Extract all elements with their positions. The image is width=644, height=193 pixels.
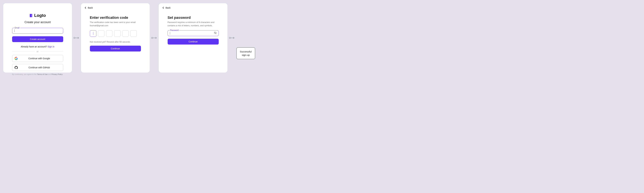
svg-point-2 bbox=[31, 15, 32, 16]
code-digit-4[interactable] bbox=[114, 30, 120, 37]
terms-text: By continuing, you agree to the Terms of… bbox=[12, 73, 63, 75]
eye-off-icon[interactable] bbox=[214, 31, 217, 35]
password-desc: Password requires a minimum of 8 charact… bbox=[168, 21, 219, 27]
google-label: Continue with Google bbox=[18, 57, 61, 60]
back-button[interactable]: Back bbox=[84, 7, 146, 9]
signup-title: Create your account bbox=[12, 21, 63, 24]
privacy-policy-link[interactable]: Privacy Policy bbox=[52, 73, 62, 75]
back-button[interactable]: Back bbox=[162, 7, 224, 9]
code-digit-2[interactable] bbox=[98, 30, 104, 37]
svg-point-5 bbox=[152, 37, 153, 39]
flow-arrow-icon bbox=[74, 3, 79, 73]
code-digit-1[interactable] bbox=[90, 30, 96, 37]
google-icon bbox=[14, 57, 18, 60]
result-box: Successfulsign-up bbox=[236, 48, 255, 59]
signin-link[interactable]: Sign in bbox=[48, 45, 54, 48]
email-label: Email bbox=[14, 27, 20, 29]
svg-point-7 bbox=[229, 37, 230, 39]
create-account-button[interactable]: Create account bbox=[12, 36, 63, 42]
flow-arrow-icon bbox=[229, 3, 235, 73]
email-field-wrap: Email bbox=[12, 28, 63, 34]
github-icon bbox=[14, 66, 18, 69]
divider-text: or bbox=[37, 50, 39, 53]
password-continue-button[interactable]: Continue bbox=[168, 39, 219, 45]
password-title: Set password bbox=[168, 16, 219, 20]
code-digit-6[interactable] bbox=[130, 30, 137, 37]
verification-card: Back Enter verification code The verific… bbox=[81, 3, 150, 73]
verify-continue-button[interactable]: Continue bbox=[90, 46, 141, 52]
chevron-left-icon bbox=[84, 7, 87, 9]
brand-name: Logto bbox=[34, 13, 46, 18]
github-label: Continue with GitHub bbox=[18, 66, 61, 69]
svg-rect-1 bbox=[32, 14, 33, 17]
continue-google-button[interactable]: Continue with Google bbox=[12, 55, 63, 62]
svg-point-3 bbox=[74, 37, 75, 39]
password-card: Back Set password Password requires a mi… bbox=[159, 3, 228, 73]
signup-card: Logto Create your account Email Create a… bbox=[3, 3, 72, 73]
logo-row: Logto bbox=[12, 13, 63, 18]
resend-text: Not received yet? Resend after 59 second… bbox=[90, 41, 141, 43]
code-digit-3[interactable] bbox=[106, 30, 112, 37]
verify-email: foomail@gmail.com bbox=[90, 24, 108, 27]
continue-github-button[interactable]: Continue with GitHub bbox=[12, 64, 63, 71]
flow-arrow-icon bbox=[151, 3, 157, 73]
code-digit-5[interactable] bbox=[122, 30, 129, 37]
logto-logo-icon bbox=[29, 14, 33, 18]
back-label: Back bbox=[166, 7, 170, 9]
signin-prefix: Already have an account? bbox=[21, 45, 48, 48]
verify-desc: The verification code has been sent to y… bbox=[90, 21, 141, 27]
back-label: Back bbox=[88, 7, 93, 9]
password-field-wrap: Password bbox=[168, 30, 219, 36]
verify-title: Enter verification code bbox=[90, 16, 141, 20]
terms-of-use-link[interactable]: Terms of Use bbox=[37, 73, 48, 75]
signin-row: Already have an account? Sign in bbox=[12, 45, 63, 48]
divider: or bbox=[12, 50, 63, 53]
password-label: Password bbox=[170, 29, 180, 31]
chevron-left-icon bbox=[162, 7, 164, 9]
code-input-row bbox=[90, 30, 141, 37]
